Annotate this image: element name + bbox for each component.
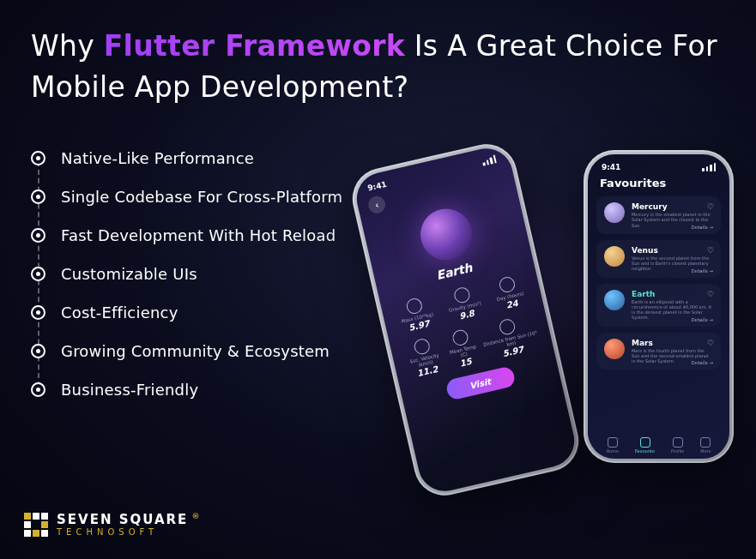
feature-text: Fast Development With Hot Reload: [61, 226, 336, 244]
bullet-icon: [31, 382, 45, 397]
feature-item: Growing Community & Ecosystem: [31, 342, 725, 360]
company-logo: SEVEN SQUARE® TECHNOSOFT: [24, 513, 201, 537]
heart-icon: [640, 437, 650, 448]
logo-line2-text: TECHNOSOFT: [57, 527, 201, 537]
headline-pre: Why: [31, 29, 104, 63]
nav-favourite[interactable]: Favourite: [635, 437, 655, 454]
feature-item: Business-Friendly: [31, 381, 725, 399]
nav-label: Profile: [671, 448, 685, 454]
content-container: Why Flutter Framework Is A Great Choice …: [0, 0, 756, 424]
bullet-icon: [31, 189, 45, 204]
logo-name: SEVEN SQUARE®: [57, 513, 201, 527]
feature-text: Growing Community & Ecosystem: [61, 342, 330, 360]
feature-text: Native-Like Performance: [61, 149, 254, 167]
logo-mark-icon: [24, 513, 48, 537]
nav-home[interactable]: Home: [606, 437, 619, 454]
feature-list: Native-Like Performance Single Codebase …: [31, 149, 725, 399]
feature-text: Cost-Efficiency: [61, 304, 178, 322]
bullet-icon: [31, 228, 45, 243]
feature-item: Single Codebase For Cross-Platform: [31, 188, 725, 206]
feature-text: Customizable UIs: [61, 265, 197, 283]
logo-line1-text: SEVEN SQUARE: [57, 513, 188, 527]
nav-more[interactable]: More: [700, 437, 711, 454]
feature-item: Customizable UIs: [31, 265, 725, 283]
more-icon: [700, 437, 711, 448]
feature-item: Native-Like Performance: [31, 149, 725, 167]
nav-label: More: [700, 448, 711, 454]
profile-icon: [673, 437, 683, 448]
home-icon: [608, 437, 618, 448]
feature-text: Business-Friendly: [61, 381, 198, 399]
bullet-icon: [31, 267, 45, 281]
nav-label: Favourite: [635, 448, 655, 454]
bullet-icon: [31, 305, 45, 320]
registered-icon: ®: [191, 513, 201, 521]
nav-label: Home: [606, 448, 619, 454]
bullet-icon: [31, 344, 45, 358]
feature-item: Cost-Efficiency: [31, 304, 725, 322]
bottom-nav: Home Favourite Profile More: [588, 437, 729, 454]
headline: Why Flutter Framework Is A Great Choice …: [31, 26, 725, 108]
feature-item: Fast Development With Hot Reload: [31, 226, 725, 244]
bullet-icon: [31, 151, 45, 165]
nav-profile[interactable]: Profile: [671, 437, 685, 454]
headline-highlight: Flutter Framework: [104, 29, 405, 63]
feature-text: Single Codebase For Cross-Platform: [61, 188, 342, 206]
